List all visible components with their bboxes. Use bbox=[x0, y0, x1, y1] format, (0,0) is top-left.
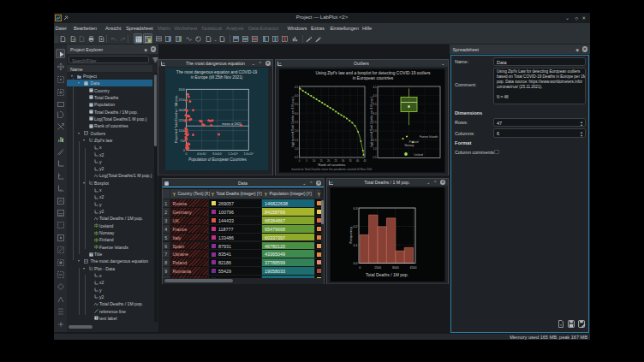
svg-text:1500: 1500 bbox=[178, 129, 185, 133]
svg-text:1.5: 1.5 bbox=[294, 139, 297, 142]
svg-text:Iceland: Iceland bbox=[414, 153, 423, 157]
svg-text:35: 35 bbox=[349, 159, 352, 163]
svg-text:Total Deaths / 1M pop.: Total Deaths / 1M pop. bbox=[365, 272, 408, 277]
svg-text:4.0: 4.0 bbox=[294, 94, 297, 98]
svg-text:Frequency: Frequency bbox=[349, 226, 353, 244]
svg-text:45: 45 bbox=[363, 159, 367, 163]
svg-text:0: 0 bbox=[359, 266, 361, 270]
svg-text:3000: 3000 bbox=[391, 266, 398, 270]
svg-text:0.0: 0.0 bbox=[353, 262, 357, 265]
svg-text:2.0: 2.0 bbox=[294, 129, 297, 133]
svg-text:2250: 2250 bbox=[178, 119, 185, 122]
svg-text:based on Total Deaths since th: based on Total Deaths since the pandemic… bbox=[291, 168, 372, 171]
svg-text:2.5: 2.5 bbox=[294, 121, 297, 124]
svg-text:0.3: 0.3 bbox=[353, 207, 357, 211]
svg-text:Reported Total Deaths / 1M pop: Reported Total Deaths / 1M pop. bbox=[174, 95, 178, 143]
svg-text:4.5: 4.5 bbox=[294, 86, 297, 89]
svg-text:1.0: 1.0 bbox=[373, 147, 376, 151]
svg-text:3.0: 3.0 bbox=[373, 112, 376, 116]
svg-text:mean = 1821: mean = 1821 bbox=[222, 122, 242, 126]
svg-text:2.5: 2.5 bbox=[373, 121, 376, 124]
svg-text:4500: 4500 bbox=[409, 266, 416, 270]
svg-text:0.5: 0.5 bbox=[373, 156, 376, 159]
svg-text:in European countries: in European countries bbox=[352, 76, 393, 80]
svg-text:3.5: 3.5 bbox=[373, 103, 376, 106]
svg-text:1.2x10⁸: 1.2x10⁸ bbox=[228, 152, 238, 156]
svg-text:Faeroe Islands: Faeroe Islands bbox=[420, 135, 438, 139]
svg-text:1.6x10⁸: 1.6x10⁸ bbox=[243, 152, 253, 156]
svg-text:4.0: 4.0 bbox=[373, 94, 376, 98]
svg-text:1500: 1500 bbox=[374, 266, 381, 270]
svg-text:10: 10 bbox=[312, 159, 315, 163]
svg-text:log(reported Total Deaths per: log(reported Total Deaths per 1 M pop.) bbox=[369, 97, 373, 147]
svg-text:1.0: 1.0 bbox=[294, 147, 297, 151]
svg-text:8.0x10⁷: 8.0x10⁷ bbox=[212, 152, 223, 156]
svg-text:0.2: 0.2 bbox=[353, 225, 357, 228]
svg-text:1.5: 1.5 bbox=[373, 139, 376, 142]
svg-text:0.1: 0.1 bbox=[353, 244, 357, 247]
svg-text:in Europe (till 25th Nov 2021): in Europe (till 25th Nov 2021) bbox=[191, 75, 243, 80]
svg-text:3000: 3000 bbox=[178, 109, 185, 112]
svg-text:4500: 4500 bbox=[178, 88, 185, 92]
svg-text:Norway: Norway bbox=[404, 144, 414, 147]
svg-text:Population of European Countri: Population of European Countries bbox=[188, 157, 247, 162]
svg-text:4.5: 4.5 bbox=[373, 86, 376, 89]
svg-text:3.5: 3.5 bbox=[294, 103, 297, 106]
svg-text:Using Zipf's law and a boxplot: Using Zipf's law and a boxplot for detec… bbox=[315, 71, 431, 75]
svg-text:2.0: 2.0 bbox=[373, 129, 376, 133]
svg-text:log(reported Total Deaths per: log(reported Total Deaths per 1 M pop.) bbox=[291, 97, 295, 147]
svg-text:The most dangerous equation an: The most dangerous equation and COVID-19 bbox=[176, 70, 258, 74]
svg-text:4.0x10⁷: 4.0x10⁷ bbox=[197, 152, 207, 156]
svg-text:3.0: 3.0 bbox=[294, 112, 297, 116]
svg-text:40: 40 bbox=[355, 159, 359, 163]
svg-text:0: 0 bbox=[186, 152, 188, 156]
svg-text:3750: 3750 bbox=[178, 98, 185, 102]
svg-text:Rank of countries: Rank of countries bbox=[318, 163, 345, 167]
svg-text:750: 750 bbox=[180, 139, 185, 143]
